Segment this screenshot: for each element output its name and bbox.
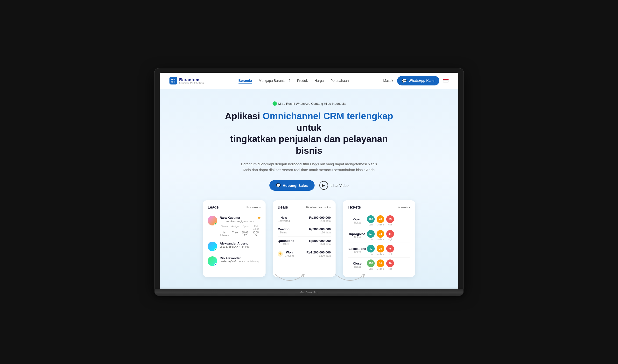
deals-card-title: Deals (278, 205, 288, 209)
logo-icon (169, 77, 177, 84)
whatsapp-badge-icon: ✓ (272, 101, 277, 106)
nav-item-perusahaan[interactable]: Perusahaan (331, 78, 349, 83)
hero-buttons: 💬 Hubungi Sales ▶ Lihat Video (169, 180, 449, 191)
badge-open-low: 100 Low (367, 215, 375, 226)
badge-inprogress-high: 11 High (386, 230, 394, 241)
leads-chevron-icon: ▾ (259, 206, 261, 209)
nav-item-produk[interactable]: Produk (297, 78, 308, 83)
nav-link-beranda[interactable]: Beranda (239, 79, 252, 83)
whatsapp-channel-icon: ✓ (214, 222, 217, 225)
laptop-base: MacBook Pro (154, 289, 464, 296)
play-icon: ▶ (319, 181, 328, 190)
badge-escalations-medium: 25 Medium (377, 245, 384, 255)
badge-close-high: 90 High (386, 260, 394, 270)
deals-filter-label: Pipeline Teams A (306, 206, 328, 209)
lead2-avatar: ✓ (208, 242, 217, 251)
nav-link-produk[interactable]: Produk (297, 79, 308, 83)
deal-amount-meeting: Rp300.000.000 (309, 227, 331, 231)
leads-card-title: Leads (208, 205, 219, 209)
badge-escalations-high: 9 High (386, 245, 394, 255)
svg-rect-3 (174, 81, 175, 83)
badge-close-medium: 10 Medium (377, 260, 384, 270)
lead3-avatar: f (208, 256, 217, 266)
badge-circle-close-high: 90 (386, 260, 394, 267)
lead2-phone: 082357685XXX • In offer (220, 245, 261, 248)
nav-link-harga[interactable]: Harga (315, 79, 324, 83)
ticket-row-escalations: Escalations Ticket 30 Low (348, 243, 410, 258)
ticket-badges-escalations: 30 Low 25 Medium (367, 245, 394, 255)
hero-description: Barantum dilengkapi dengan berbagai fitu… (237, 161, 381, 173)
nav-item-mengapa[interactable]: Mengapa Barantum? (259, 78, 290, 83)
leads-card: Leads This week ▾ ✓ (203, 200, 266, 277)
badge-close-low: 150 Low (367, 260, 375, 270)
lead3-info: Rio Alexander rioalexxx@info.com • In fo… (220, 256, 261, 263)
arrows-decoration (169, 272, 449, 279)
deal-count-meeting: 180 data (309, 231, 331, 234)
facebook-channel-icon: f (214, 263, 217, 266)
badge-inprogress-medium: 34 Medium (377, 230, 384, 241)
deal-substage-new: Converted (278, 220, 290, 222)
tickets-chevron-icon: ▾ (409, 206, 410, 209)
hubungi-sales-button[interactable]: 💬 Hubungi Sales (270, 180, 315, 191)
nav-link-mengapa[interactable]: Mengapa Barantum? (259, 79, 290, 83)
deal-stage-meeting: Meeting (278, 227, 289, 231)
whatsapp-button[interactable]: 💬 WhatsApp Kami (397, 76, 439, 85)
dashboard-cards: Leads This week ▾ ✓ (169, 200, 449, 282)
main-lead-meta: Status Assign Open Est Close In followup… (220, 225, 261, 236)
logo-sub: Omnichannel CRM & Call Centre (179, 82, 204, 84)
badge-circle-inprogress-low: 50 (367, 230, 375, 238)
ticket-status-inprogress: Inprogress Ticket (348, 232, 367, 239)
laptop-screen-inner: Barantum Omnichannel CRM & Call Centre B… (160, 73, 458, 289)
badge-open-medium: 43 Medium (377, 215, 384, 226)
ticket-badges-inprogress: 50 Low 34 Medium (367, 230, 394, 241)
deals-card-header: Deals Pipeline Teams A ▾ (278, 205, 331, 209)
hero-badge-text: Mitra Resmi WhatsApp Centang Hijau Indon… (278, 102, 346, 105)
badge-circle-close-medium: 10 (377, 260, 384, 267)
hero-title-plain2: untuk (296, 123, 321, 133)
lead3-status: In followup (247, 260, 259, 263)
nav-logo: Barantum Omnichannel CRM & Call Centre (169, 77, 204, 84)
hero-title: Aplikasi Omnichannel CRM terlengkap untu… (224, 111, 394, 156)
nav-link-perusahaan[interactable]: Perusahaan (331, 79, 349, 83)
lead2-status: In offer (242, 245, 250, 248)
hero-title-line2: tingkatkan penjualan dan pelayanan bisni… (230, 134, 388, 156)
nav-links: Beranda Mengapa Barantum? Produk Harga P… (239, 78, 349, 83)
badge-escalations-low: 30 Low (367, 245, 375, 255)
tickets-filter-label: This week (395, 206, 408, 209)
main-lead-email: rarakusxxx@gmail.com (220, 220, 261, 222)
tickets-card-header: Tickets This week ▾ (348, 205, 410, 209)
navbar: Barantum Omnichannel CRM & Call Centre B… (160, 73, 458, 89)
login-link[interactable]: Masuk (383, 79, 393, 83)
leads-card-filter[interactable]: This week ▾ (245, 206, 261, 209)
lihat-video-button[interactable]: ▶ Lihat Video (319, 181, 348, 190)
lead2-name: Aleksander Alberto (220, 242, 261, 245)
deal-count-new: 200 data (309, 220, 331, 222)
deals-card-filter[interactable]: Pipeline Teams A ▾ (306, 206, 331, 209)
deal-stage-quotations: Quotations (278, 239, 294, 243)
main-lead-info: Rara Kusuma ★ rarakusxxx@gmail.com Statu… (220, 216, 261, 236)
deal-substage-won: Closing (285, 254, 294, 257)
laptop-screen-outer: Barantum Omnichannel CRM & Call Centre B… (154, 68, 464, 289)
nav-item-harga[interactable]: Harga (315, 78, 324, 83)
nav-right: Masuk 💬 WhatsApp Kami (383, 76, 449, 85)
badge-circle-inprogress-high: 11 (386, 230, 394, 238)
svg-rect-0 (171, 79, 173, 80)
deal-row-quotations: Quotations Offer Rp800.000.000 323 data (278, 236, 331, 248)
tickets-card: Tickets This week ▾ Open Ticket (343, 200, 415, 277)
estclose-value: 30-05-22 (251, 231, 261, 236)
nav-item-beranda[interactable]: Beranda (239, 78, 252, 83)
assign-label: Assign (230, 225, 240, 230)
ticket-badges-open: 100 Low 43 Medium (367, 215, 394, 226)
deal-amount-quotations: Rp800.000.000 (309, 239, 331, 243)
laptop-model-label: MacBook Pro (300, 291, 318, 294)
deal-count-won: 1200 data (307, 254, 331, 257)
open-label: Open (241, 225, 250, 230)
svg-rect-1 (174, 79, 175, 80)
laptop-wrapper: Barantum Omnichannel CRM & Call Centre B… (154, 68, 464, 296)
tickets-card-filter[interactable]: This week ▾ (395, 206, 410, 209)
assign-value: Theo (230, 231, 240, 236)
hero-section: ✓ Mitra Resmi WhatsApp Centang Hijau Ind… (160, 89, 458, 289)
ticket-row-close: Close Ticket 150 Low (348, 258, 410, 272)
lead-item-3: f Rio Alexander rioalexxx@info.com • In … (208, 254, 261, 268)
deals-card: Deals Pipeline Teams A ▾ New Converted (273, 200, 335, 277)
